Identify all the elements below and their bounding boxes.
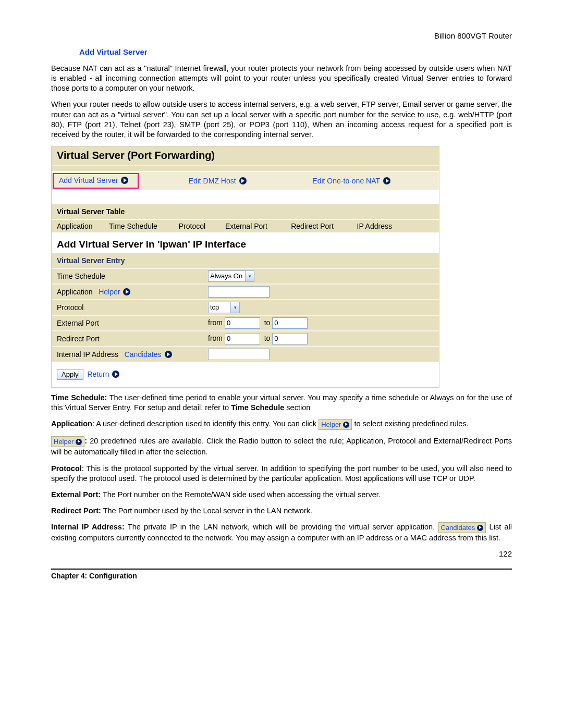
play-icon (383, 177, 390, 184)
page-number: 122 (51, 549, 512, 558)
protocol-select[interactable]: tcp ▾ (208, 302, 240, 313)
def-application: Application: A user-defined description … (51, 419, 512, 430)
panel-title: Virtual Server (Port Forwarding) (52, 146, 439, 166)
candidates-link[interactable]: Candidates (125, 350, 172, 359)
select-value: tcp (208, 302, 231, 313)
edit-dmz-host-link[interactable]: Edit DMZ Host (189, 177, 247, 185)
candidates-label: Candidates (125, 350, 162, 359)
internal-ip-label: Internal IP Address (57, 350, 118, 359)
chapter-label: Chapter 4: Configuration (51, 572, 137, 580)
col-external-port: External Port (222, 219, 288, 232)
intro-p2: When your router needs to allow outside … (51, 100, 512, 140)
select-value: Always On (208, 270, 246, 282)
helper-chip[interactable]: Helper (319, 419, 352, 430)
def-external-port: External Port: The Port number on the Re… (51, 490, 512, 500)
add-vs-section-title: Add Virtual Server in 'ipwan' IP Interfa… (52, 232, 439, 252)
add-virtual-server-link[interactable]: Add Virtual Server (53, 173, 139, 189)
external-port-from[interactable] (225, 317, 260, 329)
section-title: Add Virtual Server (79, 47, 512, 56)
return-label: Return (87, 370, 109, 378)
menu-label: Add Virtual Server (59, 176, 118, 184)
play-icon (477, 525, 483, 531)
helper-label: Helper (99, 288, 120, 296)
helper-chip[interactable]: Helper (51, 436, 84, 447)
to-label: to (264, 334, 271, 342)
virtual-server-table-title: Virtual Server Table (52, 203, 439, 219)
application-label: Application (57, 288, 93, 296)
play-icon (165, 351, 172, 358)
external-port-to[interactable] (272, 317, 308, 329)
from-label: from (208, 334, 223, 342)
time-schedule-select[interactable]: Always On ▾ (208, 270, 254, 282)
to-label: to (264, 318, 271, 327)
internal-ip-input[interactable] (208, 349, 270, 360)
col-time-schedule: Time Schedule (106, 219, 176, 232)
play-icon (112, 371, 119, 378)
from-label: from (208, 318, 223, 327)
application-input[interactable] (208, 286, 270, 298)
redirect-port-to[interactable] (272, 333, 308, 344)
apply-button[interactable]: Apply (57, 369, 83, 380)
menu-label: Edit DMZ Host (189, 177, 236, 185)
router-ui-screenshot: Virtual Server (Port Forwarding) Add Vir… (51, 146, 439, 388)
edit-one-to-one-nat-link[interactable]: Edit One-to-one NAT (312, 177, 390, 185)
def-protocol: Protocol: This is the protocol supported… (51, 464, 512, 484)
time-schedule-label: Time Schedule (52, 268, 203, 284)
virtual-server-entry-title: Virtual Server Entry (52, 252, 439, 268)
play-icon (343, 422, 349, 428)
application-helper-link[interactable]: Helper (99, 288, 130, 296)
play-icon (121, 177, 128, 184)
chevron-down-icon: ▾ (245, 270, 254, 282)
col-protocol: Protocol (176, 219, 222, 232)
def-internal-ip: Internal IP Address: The private IP in t… (51, 522, 512, 543)
def-time-schedule: Time Schedule: The user-defined time per… (51, 393, 512, 413)
def-redirect-port: Redirect Port: The Port number used by t… (51, 506, 512, 516)
chevron-down-icon: ▾ (230, 302, 240, 313)
router-name: Billion 800VGT Router (51, 31, 512, 40)
external-port-label: External Port (52, 315, 203, 331)
col-redirect-port: Redirect Port (288, 219, 353, 232)
play-icon (123, 288, 130, 295)
col-ip-address: IP Address (354, 219, 424, 232)
menu-label: Edit One-to-one NAT (312, 177, 380, 185)
redirect-port-from[interactable] (225, 333, 260, 344)
return-link[interactable]: Return (87, 370, 119, 378)
col-application: Application (52, 219, 106, 232)
play-icon (76, 439, 82, 445)
protocol-label: Protocol (52, 300, 203, 315)
redirect-port-label: Redirect Port (52, 331, 203, 347)
intro-p1: Because NAT can act as a "natural" Inter… (51, 64, 512, 93)
def-helper: Helper: 20 predefined rules are availabl… (51, 436, 512, 457)
candidates-chip[interactable]: Candidates (438, 522, 486, 533)
play-icon (239, 177, 247, 184)
